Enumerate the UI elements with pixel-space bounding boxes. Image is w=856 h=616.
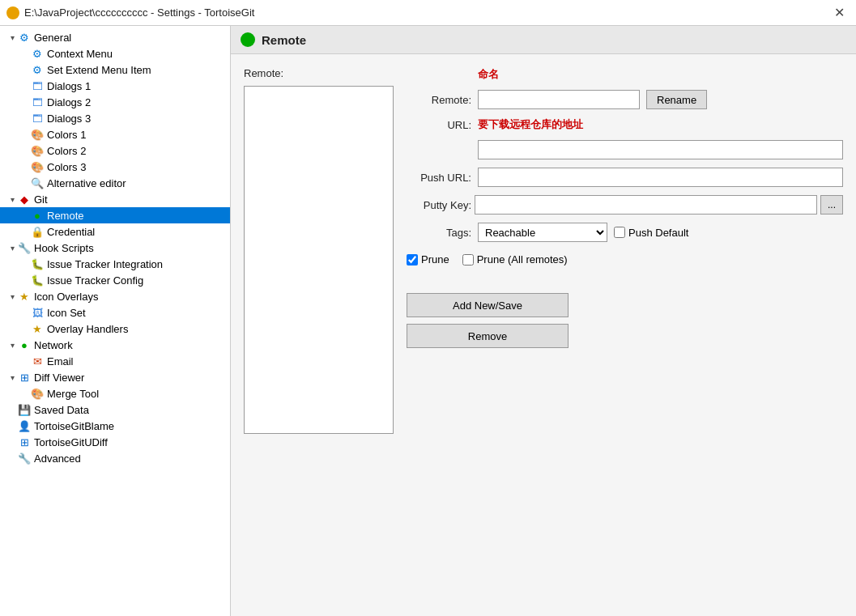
tree-toggle	[19, 96, 31, 108]
sidebar-item-git[interactable]: ▾ ◆ Git	[0, 191, 230, 207]
remote-row: Remote: Rename	[407, 90, 843, 109]
sidebar-item-advanced[interactable]: 🔧 Advanced	[0, 450, 230, 466]
sidebar-item-remote[interactable]: ● Remote	[0, 207, 230, 223]
tree-toggle	[19, 307, 31, 318]
remote-list-label: Remote:	[244, 67, 394, 79]
sidebar-item-colors2[interactable]: 🎨 Colors 2	[0, 142, 230, 159]
push-url-input[interactable]	[478, 168, 843, 187]
sidebar-item-label: General	[34, 32, 71, 44]
sidebar-item-diff-viewer[interactable]: ▾ ⊞ Diff Viewer	[0, 369, 230, 385]
prune-label[interactable]: Prune	[407, 253, 449, 266]
sidebar-item-label: Overlay Handlers	[47, 323, 128, 335]
rename-button[interactable]: Rename	[646, 90, 707, 109]
sidebar-item-set-extend[interactable]: ⚙ Set Extend Menu Item	[0, 62, 230, 78]
tree-toggle	[19, 113, 31, 124]
tree-toggle	[19, 48, 31, 59]
prune-all-label[interactable]: Prune (All remotes)	[462, 253, 568, 266]
naming-row: 命名	[407, 67, 843, 82]
sidebar-item-label: Colors 1	[47, 129, 86, 141]
context-menu-icon: ⚙	[31, 47, 44, 60]
sidebar-item-dialogs1[interactable]: 🗔 Dialogs 1	[0, 78, 230, 94]
putty-browse-button[interactable]: ...	[820, 195, 843, 215]
tree-toggle[interactable]: ▾	[6, 32, 18, 43]
remote-label: Remote:	[407, 94, 471, 106]
prune-all-checkbox[interactable]	[462, 254, 474, 266]
sidebar-item-icon-set[interactable]: 🖼 Icon Set	[0, 304, 230, 321]
url-input[interactable]	[478, 140, 843, 159]
tree-toggle	[6, 404, 18, 415]
tags-select[interactable]: Reachable All None	[478, 223, 607, 242]
sidebar-item-label: Remote	[47, 210, 84, 222]
prune-text: Prune	[421, 253, 449, 266]
tree-toggle[interactable]: ▾	[6, 372, 18, 383]
putty-key-input[interactable]	[475, 195, 817, 215]
tree-toggle	[19, 80, 31, 91]
close-button[interactable]: ✕	[829, 3, 850, 22]
udiff-icon: ⊞	[18, 435, 31, 448]
sidebar-item-hook-scripts[interactable]: ▾ 🔧 Hook Scripts	[0, 240, 230, 256]
panel-header: Remote	[231, 26, 856, 54]
tags-label: Tags:	[407, 227, 471, 239]
sidebar-item-context-menu[interactable]: ⚙ Context Menu	[0, 45, 230, 62]
remote-listbox[interactable]	[244, 86, 394, 434]
general-icon: ⚙	[18, 31, 31, 44]
naming-label: 命名	[478, 67, 499, 82]
dialogs2-icon: 🗔	[31, 96, 44, 108]
sidebar-item-label: Issue Tracker Integration	[47, 258, 163, 270]
push-url-label: Push URL:	[407, 172, 471, 184]
diff-viewer-icon: ⊞	[18, 371, 31, 384]
title-bar: E:\JavaProject\cccccccccc - Settings - T…	[0, 0, 856, 26]
push-default-text: Push Default	[628, 227, 688, 239]
sidebar-item-network[interactable]: ▾ ● Network	[0, 337, 230, 353]
sidebar-item-colors3[interactable]: 🎨 Colors 3	[0, 159, 230, 175]
sidebar-item-saved-data[interactable]: 💾 Saved Data	[0, 401, 230, 418]
prune-checkbox[interactable]	[407, 254, 418, 266]
sidebar-item-alt-editor[interactable]: 🔍 Alternative editor	[0, 175, 230, 191]
tree-toggle	[19, 388, 31, 399]
sidebar-item-credential[interactable]: 🔒 Credential	[0, 223, 230, 240]
action-buttons: Add New/Save Remove	[407, 293, 843, 348]
prune-all-text: Prune (All remotes)	[477, 253, 568, 266]
sidebar-item-blame[interactable]: 👤 TortoiseGitBlame	[0, 418, 230, 434]
remote-input[interactable]	[478, 90, 640, 109]
tree-toggle[interactable]: ▾	[6, 193, 18, 205]
sidebar-item-label: Saved Data	[34, 404, 89, 416]
tree-toggle	[6, 436, 18, 448]
sidebar-item-overlay-handlers[interactable]: ★ Overlay Handlers	[0, 321, 230, 337]
panel-title: Remote	[262, 33, 306, 47]
push-default-label[interactable]: Push Default	[614, 227, 688, 239]
sidebar-item-label: TortoiseGitUDiff	[34, 436, 108, 448]
sidebar-item-label: Alternative editor	[47, 177, 126, 189]
tree-toggle[interactable]: ▾	[6, 242, 18, 253]
git-icon: ◆	[18, 193, 31, 206]
saved-data-icon: 💾	[18, 403, 31, 416]
url-row: URL: 要下载远程仓库的地址	[407, 117, 843, 132]
tree-toggle	[19, 129, 31, 140]
sidebar-item-issue-tracker[interactable]: 🐛 Issue Tracker Integration	[0, 256, 230, 272]
tags-row: Tags: Reachable All None Push Default	[407, 223, 843, 242]
sidebar-item-dialogs2[interactable]: 🗔 Dialogs 2	[0, 94, 230, 110]
dialogs1-icon: 🗔	[31, 79, 44, 92]
icon-set-icon: 🖼	[31, 306, 44, 319]
sidebar-item-label: Icon Overlays	[34, 291, 98, 303]
remove-button[interactable]: Remove	[407, 324, 569, 348]
url-label: URL:	[407, 119, 471, 131]
tree-toggle[interactable]: ▾	[6, 291, 18, 302]
sidebar-item-dialogs3[interactable]: 🗔 Dialogs 3	[0, 110, 230, 126]
sidebar-item-icon-overlays[interactable]: ▾ ★ Icon Overlays	[0, 288, 230, 304]
add-save-button[interactable]: Add New/Save	[407, 293, 569, 317]
sidebar-item-merge-tool[interactable]: 🎨 Merge Tool	[0, 385, 230, 401]
url-input-row	[407, 140, 843, 159]
push-url-row: Push URL:	[407, 168, 843, 187]
tree-toggle[interactable]: ▾	[6, 339, 18, 350]
icon-overlays-icon: ★	[18, 290, 31, 303]
sidebar-item-general[interactable]: ▾ ⚙ General	[0, 29, 230, 45]
sidebar-item-issue-tracker-config[interactable]: 🐛 Issue Tracker Config	[0, 272, 230, 288]
tree-toggle	[6, 420, 18, 431]
sidebar-item-udiff[interactable]: ⊞ TortoiseGitUDiff	[0, 434, 230, 450]
tree-toggle	[19, 64, 31, 75]
push-default-checkbox[interactable]	[614, 227, 625, 238]
sidebar-item-colors1[interactable]: 🎨 Colors 1	[0, 126, 230, 142]
sidebar-item-email[interactable]: ✉ Email	[0, 353, 230, 369]
app-icon	[6, 6, 19, 19]
